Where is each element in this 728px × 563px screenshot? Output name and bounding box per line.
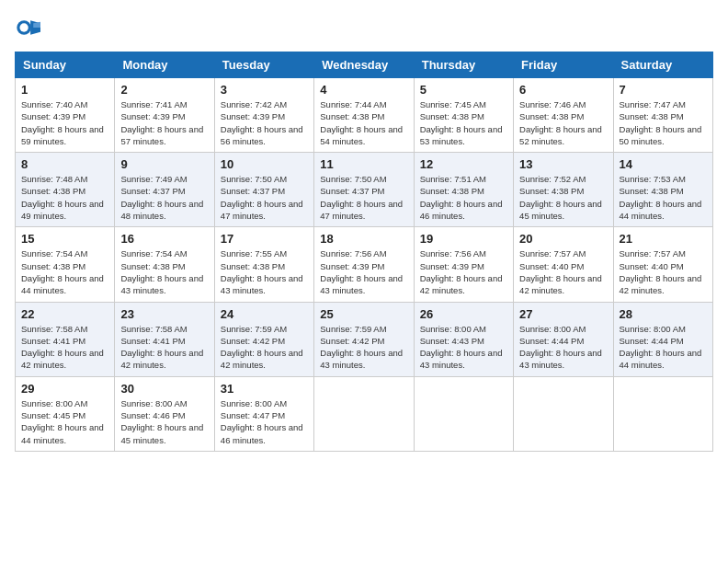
day-number: 29 bbox=[21, 382, 108, 396]
day-info: Sunrise: 7:56 AM Sunset: 4:39 PM Dayligh… bbox=[320, 247, 407, 296]
calendar-header-row: SundayMondayTuesdayWednesdayThursdayFrid… bbox=[16, 52, 713, 78]
sunset-text: Sunset: 4:40 PM bbox=[519, 261, 584, 271]
day-number: 4 bbox=[320, 83, 407, 97]
sunrise-text: Sunrise: 7:58 AM bbox=[120, 324, 187, 334]
day-number: 3 bbox=[221, 83, 308, 97]
empty-day-cell bbox=[414, 376, 513, 451]
day-info: Sunrise: 7:41 AM Sunset: 4:39 PM Dayligh… bbox=[120, 98, 208, 147]
daylight-text: Daylight: 8 hours and 43 minutes. bbox=[320, 348, 403, 370]
daylight-text: Daylight: 8 hours and 44 minutes. bbox=[620, 199, 702, 221]
day-info: Sunrise: 7:58 AM Sunset: 4:41 PM Dayligh… bbox=[120, 323, 208, 372]
day-cell-10: 10 Sunrise: 7:50 AM Sunset: 4:37 PM Dayl… bbox=[214, 153, 313, 227]
daylight-text: Daylight: 8 hours and 46 minutes. bbox=[420, 199, 503, 221]
sunrise-text: Sunrise: 8:00 AM bbox=[420, 324, 486, 334]
day-info: Sunrise: 7:58 AM Sunset: 4:41 PM Dayligh… bbox=[21, 323, 108, 372]
sunrise-text: Sunrise: 7:41 AM bbox=[120, 99, 187, 109]
daylight-text: Daylight: 8 hours and 59 minutes. bbox=[21, 124, 104, 146]
day-cell-18: 18 Sunrise: 7:56 AM Sunset: 4:39 PM Dayl… bbox=[314, 227, 414, 302]
calendar-week-row: 1 Sunrise: 7:40 AM Sunset: 4:39 PM Dayli… bbox=[16, 78, 713, 153]
calendar-week-row: 29 Sunrise: 8:00 AM Sunset: 4:45 PM Dayl… bbox=[16, 376, 713, 451]
day-number: 30 bbox=[120, 382, 208, 396]
day-cell-14: 14 Sunrise: 7:53 AM Sunset: 4:38 PM Dayl… bbox=[613, 153, 712, 227]
sunrise-text: Sunrise: 7:49 AM bbox=[120, 174, 187, 184]
sunrise-text: Sunrise: 7:40 AM bbox=[21, 99, 87, 109]
daylight-text: Daylight: 8 hours and 42 minutes. bbox=[21, 348, 104, 370]
day-info: Sunrise: 8:00 AM Sunset: 4:44 PM Dayligh… bbox=[519, 323, 607, 372]
day-info: Sunrise: 7:54 AM Sunset: 4:38 PM Dayligh… bbox=[21, 247, 108, 296]
day-cell-20: 20 Sunrise: 7:57 AM Sunset: 4:40 PM Dayl… bbox=[514, 227, 613, 302]
day-info: Sunrise: 8:00 AM Sunset: 4:43 PM Dayligh… bbox=[420, 323, 507, 372]
day-number: 15 bbox=[21, 232, 108, 246]
sunset-text: Sunset: 4:38 PM bbox=[21, 186, 85, 196]
daylight-text: Daylight: 8 hours and 45 minutes. bbox=[120, 422, 203, 444]
sunrise-text: Sunrise: 8:00 AM bbox=[120, 398, 187, 408]
day-number: 10 bbox=[221, 157, 308, 171]
sunrise-text: Sunrise: 7:56 AM bbox=[320, 248, 386, 259]
header bbox=[15, 15, 713, 40]
daylight-text: Daylight: 8 hours and 44 minutes. bbox=[620, 348, 702, 370]
calendar-week-row: 15 Sunrise: 7:54 AM Sunset: 4:38 PM Dayl… bbox=[16, 227, 713, 302]
day-cell-17: 17 Sunrise: 7:55 AM Sunset: 4:38 PM Dayl… bbox=[214, 227, 313, 302]
sunset-text: Sunset: 4:37 PM bbox=[320, 186, 384, 196]
daylight-text: Daylight: 8 hours and 43 minutes. bbox=[420, 348, 503, 370]
day-cell-8: 8 Sunrise: 7:48 AM Sunset: 4:38 PM Dayli… bbox=[16, 153, 115, 227]
svg-point-1 bbox=[19, 23, 28, 31]
day-info: Sunrise: 7:51 AM Sunset: 4:38 PM Dayligh… bbox=[420, 173, 507, 222]
sunrise-text: Sunrise: 7:59 AM bbox=[221, 324, 287, 334]
day-info: Sunrise: 7:46 AM Sunset: 4:38 PM Dayligh… bbox=[519, 98, 607, 147]
day-cell-16: 16 Sunrise: 7:54 AM Sunset: 4:38 PM Dayl… bbox=[115, 227, 214, 302]
weekday-header-monday: Monday bbox=[115, 52, 214, 78]
day-cell-21: 21 Sunrise: 7:57 AM Sunset: 4:40 PM Dayl… bbox=[613, 227, 712, 302]
day-info: Sunrise: 7:55 AM Sunset: 4:38 PM Dayligh… bbox=[221, 247, 308, 296]
sunrise-text: Sunrise: 7:47 AM bbox=[620, 99, 686, 109]
sunset-text: Sunset: 4:43 PM bbox=[420, 336, 484, 346]
sunrise-text: Sunrise: 8:00 AM bbox=[21, 398, 87, 408]
daylight-text: Daylight: 8 hours and 56 minutes. bbox=[221, 124, 303, 146]
day-info: Sunrise: 8:00 AM Sunset: 4:46 PM Dayligh… bbox=[120, 397, 208, 446]
day-number: 5 bbox=[420, 83, 507, 97]
daylight-text: Daylight: 8 hours and 57 minutes. bbox=[120, 124, 203, 146]
sunset-text: Sunset: 4:38 PM bbox=[519, 186, 584, 196]
sunset-text: Sunset: 4:38 PM bbox=[221, 261, 285, 271]
day-number: 18 bbox=[320, 232, 407, 246]
sunrise-text: Sunrise: 7:44 AM bbox=[320, 99, 386, 109]
day-cell-9: 9 Sunrise: 7:49 AM Sunset: 4:37 PM Dayli… bbox=[115, 153, 214, 227]
sunset-text: Sunset: 4:39 PM bbox=[120, 111, 185, 121]
daylight-text: Daylight: 8 hours and 42 minutes. bbox=[120, 348, 203, 370]
sunrise-text: Sunrise: 7:52 AM bbox=[519, 174, 586, 184]
sunrise-text: Sunrise: 7:42 AM bbox=[221, 99, 287, 109]
day-number: 7 bbox=[620, 83, 707, 97]
day-cell-2: 2 Sunrise: 7:41 AM Sunset: 4:39 PM Dayli… bbox=[115, 78, 214, 153]
sunrise-text: Sunrise: 8:00 AM bbox=[620, 324, 686, 334]
day-number: 13 bbox=[519, 157, 607, 171]
sunset-text: Sunset: 4:38 PM bbox=[620, 186, 684, 196]
weekday-header-friday: Friday bbox=[514, 52, 613, 78]
day-cell-3: 3 Sunrise: 7:42 AM Sunset: 4:39 PM Dayli… bbox=[214, 78, 313, 153]
calendar-week-row: 8 Sunrise: 7:48 AM Sunset: 4:38 PM Dayli… bbox=[16, 153, 713, 227]
sunset-text: Sunset: 4:39 PM bbox=[221, 111, 285, 121]
sunset-text: Sunset: 4:46 PM bbox=[120, 410, 185, 420]
day-cell-4: 4 Sunrise: 7:44 AM Sunset: 4:38 PM Dayli… bbox=[314, 78, 414, 153]
daylight-text: Daylight: 8 hours and 44 minutes. bbox=[21, 422, 104, 444]
day-number: 11 bbox=[320, 157, 407, 171]
day-info: Sunrise: 7:50 AM Sunset: 4:37 PM Dayligh… bbox=[221, 173, 308, 222]
day-cell-6: 6 Sunrise: 7:46 AM Sunset: 4:38 PM Dayli… bbox=[514, 78, 613, 153]
sunrise-text: Sunrise: 7:46 AM bbox=[519, 99, 586, 109]
day-number: 20 bbox=[519, 232, 607, 246]
day-cell-28: 28 Sunrise: 8:00 AM Sunset: 4:44 PM Dayl… bbox=[613, 302, 712, 376]
day-info: Sunrise: 7:47 AM Sunset: 4:38 PM Dayligh… bbox=[620, 98, 707, 147]
day-cell-15: 15 Sunrise: 7:54 AM Sunset: 4:38 PM Dayl… bbox=[16, 227, 115, 302]
daylight-text: Daylight: 8 hours and 48 minutes. bbox=[120, 199, 203, 221]
sunset-text: Sunset: 4:37 PM bbox=[221, 186, 285, 196]
day-number: 6 bbox=[519, 83, 607, 97]
sunrise-text: Sunrise: 7:54 AM bbox=[21, 248, 87, 259]
sunrise-text: Sunrise: 7:55 AM bbox=[221, 248, 287, 259]
sunrise-text: Sunrise: 8:00 AM bbox=[221, 398, 287, 408]
day-number: 12 bbox=[420, 157, 507, 171]
daylight-text: Daylight: 8 hours and 42 minutes. bbox=[519, 273, 602, 295]
sunset-text: Sunset: 4:40 PM bbox=[620, 261, 684, 271]
sunrise-text: Sunrise: 7:51 AM bbox=[420, 174, 486, 184]
day-number: 16 bbox=[120, 232, 208, 246]
daylight-text: Daylight: 8 hours and 43 minutes. bbox=[221, 273, 303, 295]
sunset-text: Sunset: 4:38 PM bbox=[120, 261, 185, 271]
